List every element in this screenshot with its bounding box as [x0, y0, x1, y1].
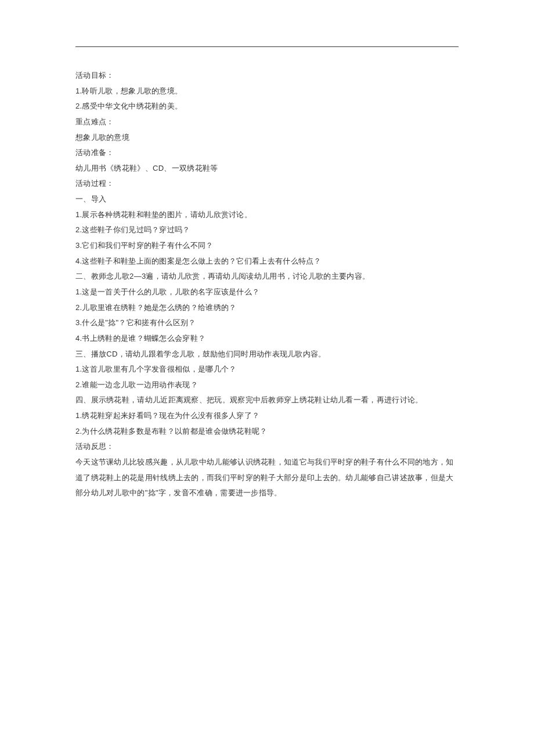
text-line: 1.绣花鞋穿起来好看吗？现在为什么没有很多人穿了？ [75, 408, 459, 424]
text-line: 1.展示各种绣花鞋和鞋垫的图片，请幼儿欣赏讨论。 [75, 207, 459, 223]
text-line: 1.这是一首关于什么的儿歌，儿歌的名字应该是什么？ [75, 285, 459, 300]
document-page: 活动目标： 1.聆听儿歌，想象儿歌的意境。 2.感受中华文化中绣花鞋的美。 重点… [0, 0, 534, 501]
text-line: 活动准备： [75, 145, 459, 161]
text-line: 四、展示绣花鞋，请幼儿近距离观察、把玩。观察完中后教师穿上绣花鞋让幼儿看一看，再… [75, 393, 459, 408]
text-line: 4.书上绣鞋的是谁？蝴蝶怎么会穿鞋？ [75, 331, 459, 347]
text-line: 幼儿用书《绣花鞋》、CD、一双绣花鞋等 [75, 161, 459, 177]
text-line: 一、导入 [75, 192, 459, 207]
text-line: 2.为什么绣花鞋多数是布鞋？以前都是谁会做绣花鞋呢？ [75, 424, 459, 440]
text-line: 活动反思： [75, 439, 459, 455]
text-line: 4.这些鞋子和鞋垫上面的图案是怎么做上去的？它们看上去有什么特点？ [75, 254, 459, 269]
text-line: 1.这首儿歌里有几个字发音很相似，是哪几个？ [75, 362, 459, 377]
text-line: 三、播放CD，请幼儿跟着学念儿歌，鼓励他们同时用动作表现儿歌内容。 [75, 347, 459, 362]
text-line: 3.它们和我们平时穿的鞋子有什么不同？ [75, 238, 459, 254]
text-line: 3.什么是"捻"？它和搓有什么区别？ [75, 315, 459, 331]
text-line: 2.感受中华文化中绣花鞋的美。 [75, 99, 459, 114]
text-line: 1.聆听儿歌，想象儿歌的意境。 [75, 84, 459, 99]
text-line: 今天这节课幼儿比较感兴趣，从儿歌中幼儿能够认识绣花鞋，知道它与我们平时穿的鞋子有… [75, 455, 459, 501]
text-line: 2.这些鞋子你们见过吗？穿过吗？ [75, 222, 459, 238]
text-line: 重点难点： [75, 114, 459, 130]
text-line: 活动目标： [75, 68, 459, 84]
text-line: 2.儿歌里谁在绣鞋？她是怎么绣的？给谁绣的？ [75, 300, 459, 316]
text-line: 二、教师念儿歌2—3遍，请幼儿欣赏，再请幼儿阅读幼儿用书，讨论儿歌的主要内容。 [75, 269, 459, 285]
text-line: 2.谁能一边念儿歌一边用动作表现？ [75, 377, 459, 393]
text-line: 活动过程： [75, 176, 459, 192]
horizontal-separator [75, 46, 459, 47]
text-line: 想象儿歌的意境 [75, 130, 459, 146]
document-content: 活动目标： 1.聆听儿歌，想象儿歌的意境。 2.感受中华文化中绣花鞋的美。 重点… [75, 68, 459, 501]
